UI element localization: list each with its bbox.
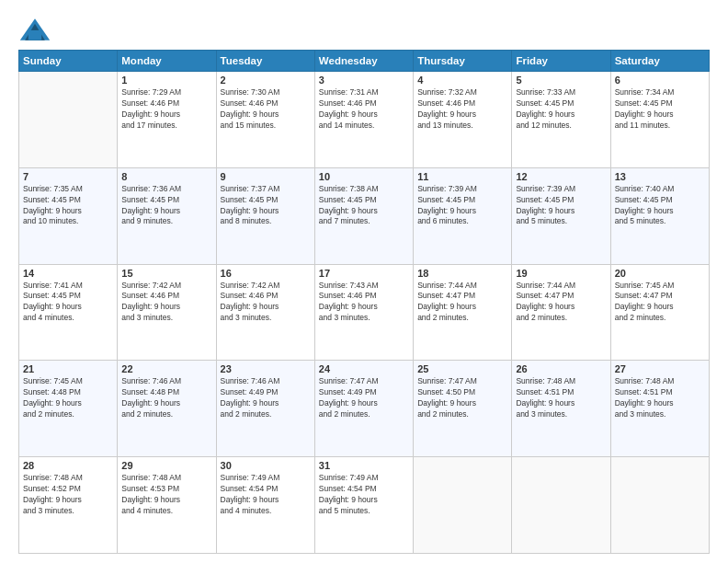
day-cell: 27Sunrise: 7:48 AM Sunset: 4:51 PM Dayli… [610, 361, 709, 457]
day-cell: 20Sunrise: 7:45 AM Sunset: 4:47 PM Dayli… [610, 264, 709, 361]
day-number: 17 [319, 268, 409, 279]
day-cell [414, 457, 512, 554]
day-cell: 25Sunrise: 7:47 AM Sunset: 4:50 PM Dayli… [414, 361, 512, 457]
day-number: 12 [516, 171, 606, 182]
day-info: Sunrise: 7:38 AM Sunset: 4:45 PM Dayligh… [319, 184, 409, 228]
weekday-header-friday: Friday [512, 51, 610, 72]
day-number: 10 [319, 171, 409, 182]
week-row-4: 21Sunrise: 7:45 AM Sunset: 4:48 PM Dayli… [19, 361, 710, 457]
header [18, 17, 710, 42]
day-info: Sunrise: 7:42 AM Sunset: 4:46 PM Dayligh… [121, 281, 211, 325]
day-number: 8 [121, 171, 211, 182]
day-number: 19 [516, 268, 606, 279]
day-number: 24 [319, 363, 409, 374]
day-cell: 7Sunrise: 7:35 AM Sunset: 4:45 PM Daylig… [19, 167, 118, 264]
day-number: 2 [221, 75, 311, 86]
day-number: 7 [23, 171, 113, 182]
day-cell: 23Sunrise: 7:46 AM Sunset: 4:49 PM Dayli… [216, 361, 314, 457]
day-number: 9 [221, 171, 311, 182]
week-row-2: 7Sunrise: 7:35 AM Sunset: 4:45 PM Daylig… [19, 167, 710, 264]
week-row-5: 28Sunrise: 7:48 AM Sunset: 4:52 PM Dayli… [19, 457, 710, 554]
day-cell: 1Sunrise: 7:29 AM Sunset: 4:46 PM Daylig… [118, 72, 216, 168]
day-cell: 4Sunrise: 7:32 AM Sunset: 4:46 PM Daylig… [414, 72, 512, 168]
day-cell: 24Sunrise: 7:47 AM Sunset: 4:49 PM Dayli… [314, 361, 413, 457]
weekday-header-thursday: Thursday [414, 51, 512, 72]
day-number: 4 [417, 75, 507, 86]
day-info: Sunrise: 7:32 AM Sunset: 4:46 PM Dayligh… [417, 87, 507, 132]
day-info: Sunrise: 7:42 AM Sunset: 4:46 PM Dayligh… [221, 281, 311, 325]
day-info: Sunrise: 7:33 AM Sunset: 4:45 PM Dayligh… [516, 87, 606, 132]
weekday-header-sunday: Sunday [19, 51, 118, 72]
day-cell [19, 72, 118, 168]
svg-rect-2 [28, 30, 41, 40]
day-cell: 21Sunrise: 7:45 AM Sunset: 4:48 PM Dayli… [19, 361, 118, 457]
day-cell: 29Sunrise: 7:48 AM Sunset: 4:53 PM Dayli… [118, 457, 216, 554]
day-number: 16 [221, 268, 311, 279]
day-number: 18 [417, 268, 507, 279]
day-number: 5 [516, 75, 606, 86]
logo-icon [18, 17, 51, 42]
day-number: 20 [615, 268, 705, 279]
day-cell: 15Sunrise: 7:42 AM Sunset: 4:46 PM Dayli… [118, 264, 216, 361]
day-number: 27 [615, 363, 705, 374]
day-cell: 31Sunrise: 7:49 AM Sunset: 4:54 PM Dayli… [314, 457, 413, 554]
week-row-3: 14Sunrise: 7:41 AM Sunset: 4:45 PM Dayli… [19, 264, 710, 361]
day-info: Sunrise: 7:30 AM Sunset: 4:46 PM Dayligh… [221, 87, 311, 132]
day-number: 11 [417, 171, 507, 182]
day-number: 25 [417, 363, 507, 374]
day-info: Sunrise: 7:44 AM Sunset: 4:47 PM Dayligh… [516, 281, 606, 325]
day-number: 23 [221, 363, 311, 374]
day-cell: 22Sunrise: 7:46 AM Sunset: 4:48 PM Dayli… [118, 361, 216, 457]
day-info: Sunrise: 7:37 AM Sunset: 4:45 PM Dayligh… [221, 184, 311, 228]
day-info: Sunrise: 7:49 AM Sunset: 4:54 PM Dayligh… [221, 473, 311, 517]
day-cell: 13Sunrise: 7:40 AM Sunset: 4:45 PM Dayli… [610, 167, 709, 264]
day-number: 15 [121, 268, 211, 279]
weekday-header-monday: Monday [118, 51, 216, 72]
day-cell: 8Sunrise: 7:36 AM Sunset: 4:45 PM Daylig… [118, 167, 216, 264]
day-number: 29 [121, 460, 211, 471]
day-cell: 10Sunrise: 7:38 AM Sunset: 4:45 PM Dayli… [314, 167, 413, 264]
day-cell: 5Sunrise: 7:33 AM Sunset: 4:45 PM Daylig… [512, 72, 610, 168]
day-cell: 11Sunrise: 7:39 AM Sunset: 4:45 PM Dayli… [414, 167, 512, 264]
day-number: 31 [319, 460, 409, 471]
day-cell: 3Sunrise: 7:31 AM Sunset: 4:46 PM Daylig… [314, 72, 413, 168]
day-cell: 30Sunrise: 7:49 AM Sunset: 4:54 PM Dayli… [216, 457, 314, 554]
weekday-header-row: SundayMondayTuesdayWednesdayThursdayFrid… [19, 51, 710, 72]
day-info: Sunrise: 7:45 AM Sunset: 4:47 PM Dayligh… [615, 281, 705, 325]
day-info: Sunrise: 7:48 AM Sunset: 4:51 PM Dayligh… [615, 376, 705, 420]
day-info: Sunrise: 7:44 AM Sunset: 4:47 PM Dayligh… [417, 281, 507, 325]
day-number: 28 [23, 460, 113, 471]
day-cell: 6Sunrise: 7:34 AM Sunset: 4:45 PM Daylig… [610, 72, 709, 168]
day-info: Sunrise: 7:48 AM Sunset: 4:53 PM Dayligh… [121, 473, 211, 517]
day-info: Sunrise: 7:29 AM Sunset: 4:46 PM Dayligh… [121, 87, 211, 132]
day-cell [512, 457, 610, 554]
day-number: 3 [319, 75, 409, 86]
day-info: Sunrise: 7:34 AM Sunset: 4:45 PM Dayligh… [615, 87, 705, 132]
day-cell: 28Sunrise: 7:48 AM Sunset: 4:52 PM Dayli… [19, 457, 118, 554]
weekday-header-wednesday: Wednesday [314, 51, 413, 72]
day-cell: 9Sunrise: 7:37 AM Sunset: 4:45 PM Daylig… [216, 167, 314, 264]
day-number: 21 [23, 363, 113, 374]
day-info: Sunrise: 7:40 AM Sunset: 4:45 PM Dayligh… [615, 184, 705, 228]
day-cell [610, 457, 709, 554]
day-cell: 18Sunrise: 7:44 AM Sunset: 4:47 PM Dayli… [414, 264, 512, 361]
day-info: Sunrise: 7:47 AM Sunset: 4:50 PM Dayligh… [417, 376, 507, 420]
day-info: Sunrise: 7:35 AM Sunset: 4:45 PM Dayligh… [23, 184, 113, 228]
day-number: 13 [615, 171, 705, 182]
day-info: Sunrise: 7:39 AM Sunset: 4:45 PM Dayligh… [516, 184, 606, 228]
day-info: Sunrise: 7:31 AM Sunset: 4:46 PM Dayligh… [319, 87, 409, 132]
day-info: Sunrise: 7:36 AM Sunset: 4:45 PM Dayligh… [121, 184, 211, 228]
day-cell: 2Sunrise: 7:30 AM Sunset: 4:46 PM Daylig… [216, 72, 314, 168]
day-cell: 12Sunrise: 7:39 AM Sunset: 4:45 PM Dayli… [512, 167, 610, 264]
day-cell: 16Sunrise: 7:42 AM Sunset: 4:46 PM Dayli… [216, 264, 314, 361]
day-cell: 19Sunrise: 7:44 AM Sunset: 4:47 PM Dayli… [512, 264, 610, 361]
day-cell: 14Sunrise: 7:41 AM Sunset: 4:45 PM Dayli… [19, 264, 118, 361]
day-info: Sunrise: 7:46 AM Sunset: 4:48 PM Dayligh… [121, 376, 211, 420]
calendar-table: SundayMondayTuesdayWednesdayThursdayFrid… [18, 50, 710, 554]
day-info: Sunrise: 7:48 AM Sunset: 4:51 PM Dayligh… [516, 376, 606, 420]
day-info: Sunrise: 7:43 AM Sunset: 4:46 PM Dayligh… [319, 281, 409, 325]
day-info: Sunrise: 7:41 AM Sunset: 4:45 PM Dayligh… [23, 281, 113, 325]
day-number: 22 [121, 363, 211, 374]
day-number: 1 [121, 75, 211, 86]
day-info: Sunrise: 7:45 AM Sunset: 4:48 PM Dayligh… [23, 376, 113, 420]
